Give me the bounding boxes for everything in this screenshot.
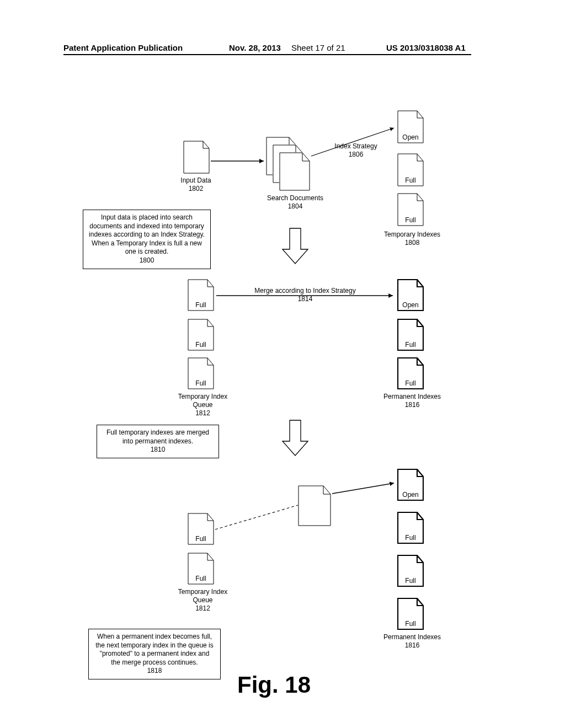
doc-state: Full [188, 379, 214, 387]
doc-state: Full [397, 379, 424, 387]
perm-indexes-label: Permanent Indexes 1816 [371, 633, 454, 650]
document-icon: Full [188, 513, 214, 545]
doc-state: Open [397, 491, 424, 499]
document-icon: Full [188, 319, 214, 351]
svg-line-1 [311, 128, 394, 156]
block-arrow-down-icon [281, 419, 309, 458]
document-icon: Full [188, 279, 214, 311]
doc-state: Open [397, 301, 424, 309]
header-left: Patent Application Publication [63, 43, 183, 52]
doc-state: Full [397, 341, 424, 349]
document-icon: Full [397, 319, 424, 351]
temp-queue-label: Temporary Index Queue 1812 [166, 588, 240, 613]
arrow [215, 502, 303, 535]
document-icon: Open [397, 279, 424, 311]
note-1810: Full temporary indexes are merged into p… [97, 425, 219, 458]
document-icon: Open [397, 110, 424, 143]
document-icon: Open [397, 469, 424, 501]
note-1818: When a permanent index becomes full, the… [88, 629, 221, 679]
arrow [332, 480, 398, 496]
perm-indexes-label: Permanent Indexes 1816 [371, 393, 454, 409]
document-icon: Full [188, 553, 214, 585]
temp-indexes-label: Temporary Indexes 1808 [371, 231, 454, 247]
document-icon: Full [397, 153, 424, 186]
patent-sheet: Patent Application Publication Nov. 28, … [0, 0, 565, 728]
doc-state: Open [397, 133, 424, 141]
document-icon: Full [397, 193, 424, 226]
document-icon [183, 141, 210, 174]
doc-state: Full [397, 620, 424, 628]
arrow [216, 291, 398, 300]
doc-state: Full [397, 216, 424, 224]
doc-state: Full [397, 577, 424, 585]
doc-state: Full [188, 341, 214, 349]
doc-state: Full [188, 535, 214, 543]
svg-line-4 [332, 483, 394, 494]
arrow [211, 156, 266, 167]
header-pubno: US 2013/0318038 A1 [386, 43, 466, 52]
svg-line-3 [215, 505, 298, 529]
doc-state: Full [397, 176, 424, 184]
doc-state: Full [397, 534, 424, 542]
figure-number: Fig. 18 [237, 672, 311, 698]
doc-state: Full [188, 301, 214, 309]
document-icon: Full [188, 357, 214, 389]
document-icon: Full [397, 555, 424, 587]
header-date: Nov. 28, 2013 [229, 43, 281, 52]
doc-state: Full [188, 575, 214, 582]
note-1800: Input data is placed into search documen… [83, 210, 211, 269]
search-documents-label: Search Documents 1804 [254, 194, 337, 211]
temp-queue-label: Temporary Index Queue 1812 [166, 393, 240, 417]
input-data-label: Input Data 1802 [166, 176, 226, 193]
header-rule [63, 54, 471, 55]
document-icon [279, 152, 310, 191]
document-icon: Full [397, 598, 424, 630]
arrow [311, 126, 399, 159]
header-sheet: Sheet 17 of 21 [291, 43, 345, 52]
block-arrow-down-icon [281, 227, 309, 266]
document-icon: Full [397, 357, 424, 389]
document-icon: Full [397, 512, 424, 544]
